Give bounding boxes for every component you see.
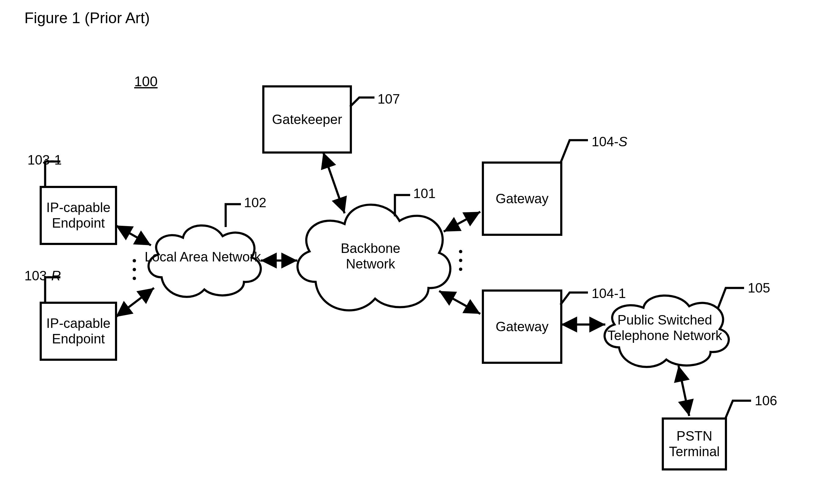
svg-line-3 [323, 152, 345, 213]
svg-line-7 [679, 366, 689, 416]
connectors [0, 0, 813, 504]
svg-line-5 [439, 291, 480, 314]
svg-line-4 [444, 212, 480, 232]
svg-line-1 [116, 288, 154, 317]
svg-line-0 [116, 225, 151, 245]
